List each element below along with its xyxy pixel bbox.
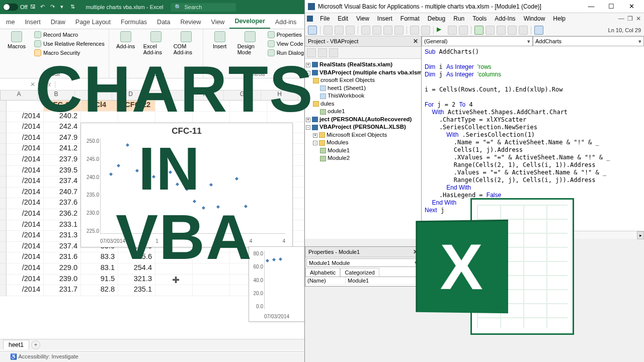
proj-explorer-icon[interactable] <box>486 26 495 35</box>
code-editor[interactable]: Sub AddCharts() Dim i As Integer 'rows D… <box>422 46 644 231</box>
cell-date[interactable]: /2014 <box>7 155 44 166</box>
cell-date[interactable]: /2014 <box>7 220 44 231</box>
menu-run[interactable]: Run <box>452 15 465 22</box>
macros-button[interactable]: Macros <box>4 31 29 49</box>
cell-date[interactable]: /2014 <box>7 231 44 242</box>
tab-categorized[interactable]: Categorized <box>340 268 379 277</box>
tree-node[interactable]: Module1 <box>306 147 420 155</box>
scroll-left-icon[interactable]: ◂ <box>422 231 429 239</box>
procedure-selector[interactable]: AddCharts <box>533 36 644 46</box>
cell[interactable]: 231.3 <box>44 231 81 242</box>
cell[interactable]: 241.2 <box>44 144 81 155</box>
tree-node[interactable]: Module2 <box>306 154 420 162</box>
excel-addins-button[interactable]: Excel Add-ins <box>143 31 169 55</box>
pause-icon[interactable] <box>448 26 457 35</box>
scroll-right-icon[interactable]: ▸ <box>637 231 644 239</box>
run-dialog-button[interactable]: Run Dialog <box>268 49 304 56</box>
tree-node[interactable]: +ject (PERSONAL(AutoRecovered) <box>306 116 420 124</box>
tree-node[interactable]: dules <box>306 100 420 108</box>
object-selector[interactable]: (General) <box>422 36 533 46</box>
sheet-tab-1[interactable]: heet1 <box>3 340 29 349</box>
ribbon-tab-formulas[interactable]: Formulas <box>116 16 152 29</box>
cell[interactable]: 240.2 <box>44 112 81 123</box>
find-icon[interactable] <box>394 26 404 35</box>
cell[interactable]: 91.5 <box>81 275 118 286</box>
expand-icon[interactable]: + <box>306 118 310 122</box>
cell[interactable]: 233.1 <box>44 220 81 231</box>
cell[interactable]: 237.6 <box>44 198 81 209</box>
cancel-icon[interactable]: ✕ <box>30 81 35 88</box>
accessibility-status[interactable]: ♿ Accessibility: Investigate <box>10 353 78 360</box>
close-pane-icon[interactable]: ✕ <box>413 248 418 255</box>
cell-date[interactable]: /2014 <box>7 263 44 275</box>
col-header-D[interactable]: D <box>112 90 149 100</box>
menu-debug[interactable]: Debug <box>427 15 446 22</box>
cut-icon[interactable] <box>361 26 370 35</box>
fx-icon[interactable]: fx <box>46 81 51 88</box>
sort-icon[interactable]: ⇅ <box>70 4 77 11</box>
com-addins-button[interactable]: COM Add-ins <box>174 31 199 55</box>
property-row[interactable]: (Name) Module1 <box>305 277 421 285</box>
object-combo[interactable]: Module1 Module <box>306 258 420 267</box>
ribbon-tab-add-ins[interactable]: Add-ins <box>270 16 301 29</box>
cell-date[interactable]: /2014 <box>7 188 44 199</box>
expand-icon[interactable]: - <box>313 141 317 145</box>
cell[interactable]: 242.4 <box>44 122 81 133</box>
cell-date[interactable]: /2014 <box>7 112 44 123</box>
cell[interactable]: 240.7 <box>44 188 81 199</box>
expand-icon[interactable]: - <box>306 71 310 75</box>
menu-tools[interactable]: Tools <box>471 15 488 22</box>
tree-node[interactable]: heet1 (Sheet1) <box>306 84 420 93</box>
tree-node[interactable]: ThisWorkbook <box>306 92 420 100</box>
col-header-C[interactable]: C <box>75 90 112 100</box>
embedded-chart-cfc11[interactable]: CFC-11 250.0245.0240.0235.0230.0225.0 07… <box>80 123 293 247</box>
cell[interactable]: 239.5 <box>44 166 81 177</box>
cell-date[interactable]: /2014 <box>7 176 44 188</box>
autosave-toggle[interactable]: Off <box>3 4 27 11</box>
run-icon[interactable]: ▶ <box>437 26 446 35</box>
toolbox-icon[interactable] <box>519 26 528 35</box>
ribbon-tab-insert[interactable]: Insert <box>20 16 45 29</box>
search-box[interactable]: 🔍 Search <box>171 3 236 12</box>
menu-view[interactable]: View <box>355 15 370 22</box>
cell[interactable]: 265.6 <box>118 252 155 263</box>
maximize-button[interactable]: ☐ <box>602 2 621 12</box>
cell[interactable]: 83.3 <box>81 252 118 263</box>
cell[interactable]: 237.4 <box>44 176 81 188</box>
undo-icon[interactable] <box>410 26 419 35</box>
accept-icon[interactable]: ✓ <box>38 81 43 88</box>
menu-add-ins[interactable]: Add-Ins <box>494 15 516 22</box>
col-header-F[interactable]: F <box>187 90 224 100</box>
tb-icon[interactable] <box>324 26 333 35</box>
col-header-B[interactable]: B <box>38 90 75 100</box>
ribbon-tab-developer[interactable]: Developer <box>229 15 270 29</box>
expand-icon[interactable]: - <box>306 125 310 130</box>
cell-date[interactable]: /2014 <box>7 144 44 155</box>
code-scrollbar[interactable]: ◂ ▸ <box>422 231 644 239</box>
cell[interactable]: 237.4 <box>44 242 81 253</box>
menu-window[interactable]: Window <box>523 15 546 22</box>
tree-node[interactable]: -VBAProject (PERSONAL.XLSB) <box>306 123 420 131</box>
macro-security-button[interactable]: Macro Security <box>34 49 105 56</box>
cell[interactable]: 231.6 <box>44 252 81 263</box>
design-icon[interactable] <box>474 26 484 35</box>
cell[interactable]: 82.8 <box>81 285 118 296</box>
ribbon-tab-data[interactable]: Data <box>152 16 175 29</box>
project-tree[interactable]: +RealStats (RealStats.xlam)-VBAProject (… <box>305 59 421 239</box>
cell[interactable]: 236.2 <box>44 209 81 220</box>
new-sheet-button[interactable]: + <box>31 340 40 349</box>
menu-help[interactable]: Help <box>552 15 567 22</box>
col-header-G[interactable]: G <box>224 90 261 100</box>
cell-date[interactable]: /2014 <box>7 122 44 133</box>
object-browser-icon[interactable] <box>508 26 517 35</box>
toggle-folders-icon[interactable] <box>329 48 338 57</box>
tree-node[interactable]: +Microsoft Excel Objects <box>306 131 420 139</box>
cell[interactable]: 254.4 <box>118 263 155 275</box>
expand-icon[interactable]: + <box>306 63 310 67</box>
tree-node[interactable]: crosoft Excel Objects <box>306 76 420 84</box>
ribbon-tab-view[interactable]: View <box>206 16 230 29</box>
menu-edit[interactable]: Edit <box>337 15 349 22</box>
ribbon-tab-page-layout[interactable]: Page Layout <box>70 16 116 29</box>
expand-icon[interactable]: + <box>313 133 317 138</box>
cell-date[interactable]: /2014 <box>7 252 44 263</box>
